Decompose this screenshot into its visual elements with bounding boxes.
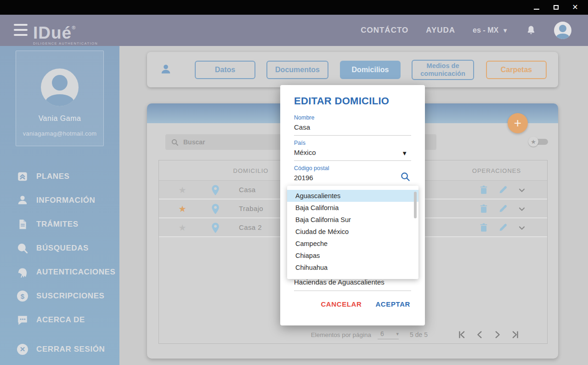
nav-help-link[interactable]: AYUDA [426,26,455,35]
pais-field[interactable]: País México ▼ [294,140,411,161]
sidebar-item-label: SUSCRIPCIONES [36,291,105,301]
colonia-value[interactable]: Haciendas de Aguascalientes [294,278,411,286]
nombre-field[interactable]: Nombre Casa [294,114,411,136]
pagination: Elementos por página 6 ▾ 5 de 5 [159,326,547,343]
chevron-down-icon[interactable] [517,205,526,214]
sidebar-item-busquedas[interactable]: BÚSQUEDAS [0,236,119,260]
codigo-postal-label: Código postal [294,165,411,171]
sidebar-item-label: TRÁMITES [36,220,79,229]
nombre-value[interactable]: Casa [294,123,411,131]
favorite-star-icon[interactable]: ★ [177,204,187,214]
dropdown-option[interactable]: Baja California Sur [287,214,418,226]
chevron-down-icon[interactable] [517,223,526,233]
user-avatar[interactable] [554,22,571,39]
document-icon [17,218,28,230]
user-email: vaniagamag@hotmail.com [16,130,103,137]
colonia-field[interactable]: Haciendas de Aguascalientes [294,278,411,291]
sidebar-item-label: BÚSQUEDAS [36,244,89,253]
dropdown-option[interactable]: Baja California [287,202,418,214]
location-pin-icon [210,203,220,215]
close-icon: ✕ [572,4,578,11]
dropdown-option[interactable]: Chihuahua [287,262,418,274]
dropdown-scrollbar[interactable] [414,192,417,218]
tab-medios-de-comunicacion[interactable]: Medios de comunicación [412,60,474,80]
pais-value[interactable]: México [294,148,411,156]
accept-button[interactable]: ACEPTAR [375,300,410,308]
sidebar-item-planes[interactable]: PLANES [0,165,119,188]
dropdown-option[interactable]: Chiapas [287,250,418,262]
page-size-value: 6 [380,330,384,337]
window-titlebar: ✕ [0,0,588,15]
chat-icon [17,314,28,326]
app-window: ✕ IDué® DILIGENCE AUTHENTICATION CONTÁCT… [0,0,588,365]
dropdown-option[interactable]: Aguascalientes [287,190,418,202]
maximize-button[interactable] [549,2,562,13]
tab-documentos[interactable]: Documentos [266,61,328,79]
menu-icon[interactable] [14,24,28,36]
plans-icon [17,171,28,182]
search-icon [17,242,28,254]
sidebar-item-tramites[interactable]: TRÁMITES [0,212,119,236]
close-button[interactable]: ✕ [569,2,582,13]
caret-down-icon: ▼ [502,27,508,34]
modal-title: EDITAR DOMICILIO [294,95,411,107]
logo-text: IDué [33,23,72,42]
favorites-filter-toggle[interactable]: ★ [528,136,548,147]
favorite-star-icon[interactable]: ★ [177,222,187,233]
page-size-select[interactable]: 6 ▾ [378,330,399,339]
nav-contact-link[interactable]: CONTÁCTO [361,26,408,35]
domicilio-name: Casa 2 [239,223,262,231]
sidebar-item-informacion[interactable]: INFORMACIÓN [0,188,119,212]
search-icon [171,138,179,146]
add-domicilio-button[interactable]: + [508,113,528,133]
delete-icon[interactable] [479,204,489,215]
page-range: 5 de 5 [410,331,428,338]
location-pin-icon [210,222,220,234]
dropdown-option[interactable]: Campeche [287,238,418,250]
cancel-button[interactable]: CANCELAR [321,300,362,308]
dropdown-option[interactable]: Ciudad de México [287,226,418,238]
sidebar-item-cerrar-sesion[interactable]: ✕ CERRAR SESIÓN [0,337,105,361]
fingerprint-icon [17,266,28,278]
first-page-button[interactable] [457,330,467,340]
app-logo: IDué® DILIGENCE AUTHENTICATION [33,18,98,46]
edit-icon[interactable] [498,204,508,215]
location-pin-icon [210,184,220,196]
profile-avatar [41,68,79,106]
chevron-down-icon[interactable] [517,186,526,195]
domicilio-name: Trabajo [239,205,263,212]
delete-icon[interactable] [479,185,489,196]
app-header: IDué® DILIGENCE AUTHENTICATION CONTÁCTO … [0,15,588,46]
postal-search-icon[interactable] [400,171,410,182]
notifications-bell-icon[interactable] [526,25,537,36]
sidebar-item-acerca-de[interactable]: ACERCA DE [0,308,119,332]
person-icon [17,194,28,206]
profile-section-icon [160,63,172,76]
codigo-postal-value[interactable]: 20196 [294,174,411,182]
caret-down-icon: ▾ [396,331,399,337]
codigo-postal-field[interactable]: Código postal 20196 [294,165,411,186]
editar-domicilio-modal: EDITAR DOMICILIO Nombre Casa País México… [280,85,425,325]
next-page-button[interactable] [492,330,503,340]
user-name: Vania Gama [16,114,103,123]
favorite-star-icon[interactable]: ★ [177,185,187,195]
language-selector[interactable]: es - MX ▼ [473,26,508,34]
delete-icon[interactable] [479,222,489,234]
sidebar-item-autenticaciones[interactable]: AUTENTICACIONES [0,260,119,284]
previous-page-button[interactable] [475,330,485,340]
tab-datos[interactable]: Datos [195,61,255,79]
caret-down-icon: ▼ [401,150,407,157]
tab-carpetas[interactable]: Carpetas [486,61,547,79]
column-header-domicilio: DOMICILIO [228,167,274,174]
last-page-button[interactable] [510,330,520,340]
sidebar-item-suscripciones[interactable]: $ SUSCRIPCIONES [0,284,119,308]
sidebar: Vania Gama vaniagamag@hotmail.com PLANES… [0,46,119,365]
tab-domicilios[interactable]: Domicilios [340,61,401,79]
header-nav: CONTÁCTO AYUDA es - MX ▼ [361,15,588,46]
pais-label: País [294,140,411,146]
entidad-dropdown: Aguascalientes Baja California Baja Cali… [287,186,418,279]
edit-icon[interactable] [498,185,508,196]
minimize-button[interactable] [530,2,543,13]
edit-icon[interactable] [498,222,508,234]
minimize-icon [534,9,539,10]
